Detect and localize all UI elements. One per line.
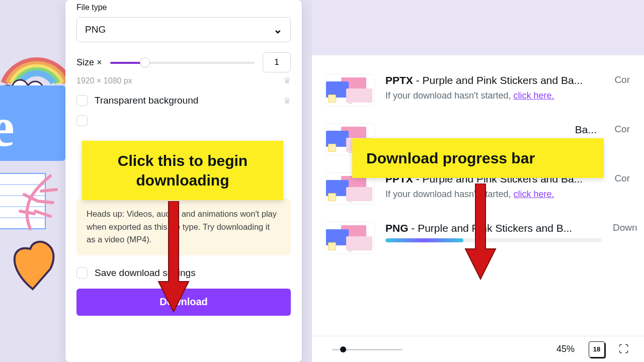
arrow-down-icon	[156, 201, 191, 317]
svg-point-3	[27, 81, 43, 98]
click-here-link[interactable]: click here.	[514, 90, 554, 101]
download-title: Ba...	[385, 124, 597, 136]
crown-icon: ♛	[283, 96, 291, 106]
compress-checkbox[interactable]	[76, 115, 88, 126]
file-type-select[interactable]: PNG ⌄	[76, 17, 291, 42]
download-item: — PPTX - Purple and Pink Stickers and Ba…	[312, 65, 644, 115]
downloads-panel: — PPTX - Purple and Pink Stickers and Ba…	[312, 0, 644, 362]
download-title: PPTX - Purple and Pink Stickers and Ba..…	[385, 74, 597, 86]
download-status: Down	[613, 222, 637, 233]
crown-icon: ♛	[283, 75, 291, 86]
transparent-bg-checkbox[interactable]	[76, 95, 88, 106]
download-subtext: If your download hasn't started, click h…	[385, 90, 603, 101]
svg-point-4	[40, 87, 53, 100]
fullscreen-icon[interactable]: ⛶	[619, 343, 629, 355]
dimensions-text: 1920 × 1080 px	[76, 76, 132, 85]
download-thumbnail: —	[326, 222, 374, 253]
arrow-down-icon	[463, 184, 498, 284]
size-label: Size ×	[76, 57, 102, 68]
svg-rect-5	[0, 85, 65, 161]
svg-marker-21	[465, 184, 496, 279]
size-value-input[interactable]: 1	[263, 52, 291, 72]
download-status: Cor	[614, 173, 630, 184]
file-type-value: PNG	[85, 24, 106, 35]
svg-text:e: e	[0, 97, 15, 158]
download-status: Cor	[614, 74, 630, 85]
download-thumbnail: —	[326, 74, 374, 106]
transparent-bg-label: Transparent background	[95, 95, 198, 106]
canvas-preview	[312, 0, 644, 55]
svg-point-1	[0, 85, 15, 101]
callout-left: Click this to begin downloading	[82, 141, 283, 200]
chevron-down-icon: ⌄	[273, 23, 282, 36]
svg-point-0	[0, 84, 53, 107]
size-slider[interactable]	[110, 57, 255, 67]
svg-rect-7	[0, 173, 45, 229]
slider-thumb-icon[interactable]	[140, 57, 150, 67]
bottom-toolbar: 45% 18 ⛶	[312, 336, 644, 362]
download-status: Cor	[614, 124, 630, 135]
callout-right: Download progress bar	[352, 138, 604, 178]
svg-marker-20	[158, 201, 189, 312]
click-here-link[interactable]: click here.	[514, 189, 554, 199]
page-count-badge[interactable]: 18	[589, 341, 605, 357]
zoom-slider[interactable]	[332, 344, 403, 354]
save-settings-checkbox[interactable]	[76, 267, 88, 279]
zoom-value: 45%	[556, 344, 575, 354]
svg-point-2	[12, 80, 28, 96]
file-type-label: File type	[76, 3, 291, 12]
